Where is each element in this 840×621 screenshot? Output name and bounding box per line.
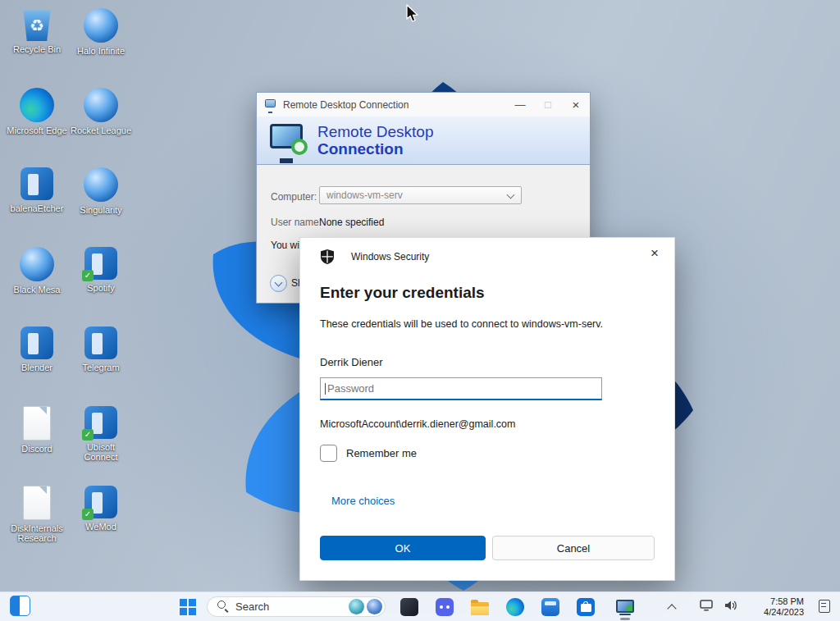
show-options-chevron-icon[interactable] bbox=[270, 275, 287, 292]
desktop-icon-telegram[interactable]: Telegram bbox=[69, 320, 133, 400]
desktop-icon-halo-infinite[interactable]: Halo Infinite bbox=[69, 2, 133, 81]
taskbar-search[interactable]: Search bbox=[207, 596, 386, 617]
desktop-icon-diskinternals-research[interactable]: DiskInternals Research bbox=[5, 479, 69, 559]
dialog-close-button[interactable]: × bbox=[643, 242, 666, 265]
taskbar-app-remote-desktop[interactable] bbox=[613, 596, 637, 619]
taskbar-app-calculator[interactable] bbox=[538, 596, 563, 619]
search-highlight-icon[interactable] bbox=[349, 599, 364, 614]
desktop-icon-recycle-bin[interactable]: Recycle Bin bbox=[5, 2, 69, 81]
computer-dropdown-value: windows-vm-serv bbox=[326, 189, 403, 201]
cursor-arrow-icon bbox=[406, 4, 420, 24]
computer-dropdown[interactable]: windows-vm-serv bbox=[319, 186, 522, 204]
globe-icon bbox=[84, 8, 118, 43]
desktop-icon-label: Discord bbox=[21, 444, 52, 454]
rdp-window-title: Remote Desktop Connection bbox=[283, 99, 409, 111]
clock-time: 7:58 PM bbox=[764, 596, 804, 607]
username-value: None specified bbox=[319, 217, 384, 228]
close-button[interactable]: × bbox=[562, 93, 590, 116]
desktop: Recycle Bin Microsoft Edge balenaEtcher … bbox=[0, 0, 840, 621]
microsoft-store-icon bbox=[577, 598, 595, 616]
taskbar-app-store[interactable] bbox=[573, 596, 598, 619]
balenaetcher-icon bbox=[21, 167, 53, 200]
password-input[interactable] bbox=[320, 377, 602, 400]
document-icon bbox=[23, 406, 51, 441]
credentials-username: Derrik Diener bbox=[320, 356, 383, 368]
network-tray-button[interactable] bbox=[700, 600, 713, 614]
volume-tray-button[interactable] bbox=[724, 600, 737, 614]
text-caret bbox=[325, 383, 326, 395]
desktop-icon-label: balenaEtcher bbox=[11, 203, 64, 213]
taskbar-app-file-explorer[interactable] bbox=[468, 596, 492, 619]
desktop-icon-label: Singularity bbox=[80, 205, 121, 215]
desktop-icon-black-mesa[interactable]: Black Mesa bbox=[5, 240, 69, 320]
widgets-icon bbox=[10, 596, 30, 616]
dark-app-icon bbox=[400, 598, 418, 616]
username-label: User name: bbox=[271, 217, 322, 228]
desktop-icon-label: Blender bbox=[21, 363, 52, 372]
search-highlight-icon[interactable] bbox=[367, 599, 382, 614]
desktop-icon-label: Spotify bbox=[87, 283, 115, 293]
desktop-icon-ubisoft-connect[interactable]: Ubisoft Connect bbox=[69, 400, 133, 479]
remember-me-checkbox[interactable] bbox=[320, 445, 337, 462]
desktop-icon-discord[interactable]: Discord bbox=[5, 400, 69, 479]
minimize-button[interactable]: — bbox=[506, 93, 534, 116]
calculator-icon bbox=[541, 598, 559, 616]
desktop-icon-wemod[interactable]: WeMod bbox=[69, 479, 133, 559]
windows-security-dialog: Windows Security × Enter your credential… bbox=[299, 237, 675, 581]
search-highlights bbox=[346, 599, 382, 614]
notification-center-button[interactable] bbox=[819, 600, 832, 614]
widgets-button[interactable] bbox=[10, 596, 32, 618]
mouse-cursor bbox=[406, 4, 420, 27]
cancel-button[interactable]: Cancel bbox=[492, 536, 655, 560]
remote-desktop-logo-icon bbox=[268, 122, 309, 158]
more-choices-link[interactable]: More choices bbox=[331, 495, 395, 507]
desktop-icon-label: Halo Infinite bbox=[77, 46, 125, 56]
edge-icon bbox=[506, 598, 524, 616]
hidden-icons-button[interactable] bbox=[663, 597, 681, 617]
desktop-icon-rocket-league[interactable]: Rocket League bbox=[69, 81, 133, 161]
computer-label: Computer: bbox=[271, 191, 317, 203]
desktop-icon-label: Rocket League bbox=[71, 126, 131, 135]
notification-icon bbox=[819, 600, 830, 613]
spotify-icon bbox=[84, 247, 117, 280]
globe-icon bbox=[84, 167, 118, 202]
desktop-icon-label: Black Mesa bbox=[14, 285, 61, 295]
desktop-icon-label: Microsoft Edge bbox=[7, 126, 66, 135]
taskbar-app-dark[interactable] bbox=[397, 596, 422, 619]
remember-me-label: Remember me bbox=[346, 447, 417, 459]
telegram-icon bbox=[84, 326, 117, 359]
taskbar-app-discord[interactable] bbox=[432, 596, 457, 619]
remember-me-row: Remember me bbox=[320, 445, 417, 462]
rdp-brand-text: Remote Desktop Connection bbox=[317, 123, 434, 158]
start-button[interactable] bbox=[176, 596, 200, 619]
wemod-icon bbox=[84, 486, 117, 518]
taskbar: Search bbox=[0, 591, 840, 621]
desktop-icon-blender[interactable]: Blender bbox=[5, 320, 69, 400]
globe-icon bbox=[20, 247, 54, 281]
desktop-icon-spotify[interactable]: Spotify bbox=[69, 240, 133, 320]
taskbar-app-edge[interactable] bbox=[503, 596, 527, 619]
rdp-banner: Remote Desktop Connection bbox=[257, 116, 590, 165]
globe-icon bbox=[84, 88, 118, 122]
maximize-button[interactable]: □ bbox=[534, 93, 562, 116]
remote-desktop-icon bbox=[615, 599, 635, 615]
file-explorer-icon bbox=[471, 602, 489, 615]
desktop-icon-label: DiskInternals Research bbox=[7, 523, 67, 543]
dialog-heading: Enter your credentials bbox=[320, 284, 485, 302]
desktop-icon-microsoft-edge[interactable]: Microsoft Edge bbox=[5, 81, 69, 161]
dialog-title: Windows Security bbox=[351, 251, 429, 263]
chevron-up-icon bbox=[667, 604, 676, 613]
rdp-titlebar[interactable]: Remote Desktop Connection — □ × bbox=[257, 93, 590, 116]
search-icon bbox=[217, 600, 230, 613]
chevron-down-icon bbox=[507, 191, 515, 199]
desktop-icon-balenaetcher[interactable]: balenaEtcher bbox=[5, 161, 69, 240]
dialog-header: Windows Security bbox=[321, 249, 429, 264]
windows-logo-icon bbox=[180, 599, 196, 615]
edge-icon bbox=[20, 88, 54, 122]
taskbar-clock[interactable]: 7:58 PM 4/24/2023 bbox=[764, 596, 804, 618]
desktop-icon-label: Telegram bbox=[82, 363, 119, 372]
ubisoft-connect-icon bbox=[84, 406, 117, 439]
rdp-brand-line2: Connection bbox=[317, 140, 434, 158]
ok-button[interactable]: OK bbox=[320, 536, 486, 560]
desktop-icon-singularity[interactable]: Singularity bbox=[69, 161, 133, 240]
